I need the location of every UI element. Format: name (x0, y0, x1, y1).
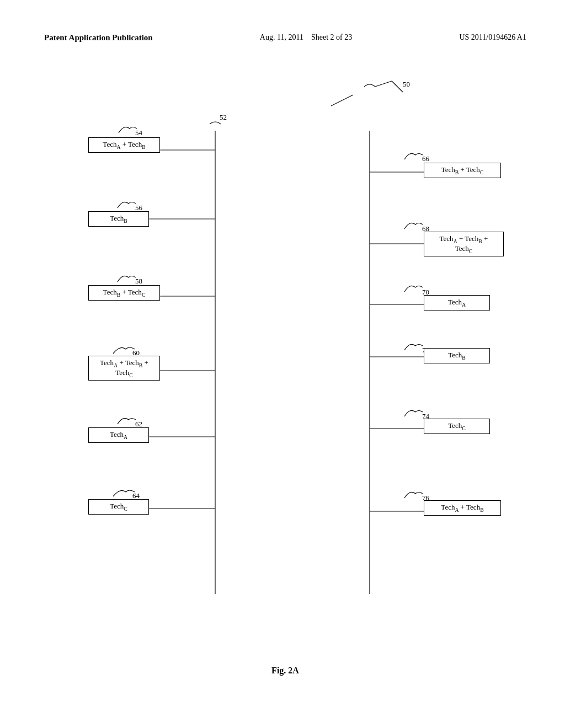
bracket-68 (402, 219, 424, 230)
figure-caption: Fig. 2A (44, 666, 526, 676)
box-72: TechB (424, 348, 490, 363)
svg-line-0 (331, 95, 353, 106)
publication-title: Patent Application Publication (44, 33, 153, 42)
box-74: TechC (424, 419, 490, 434)
box-62: TechA (88, 427, 149, 443)
box-70: TechA (424, 295, 490, 311)
bracket-72 (402, 340, 424, 351)
bracket-56 (115, 198, 137, 209)
bracket-60 (110, 344, 135, 356)
box-60: TechA + TechB +TechC (88, 356, 160, 381)
publication-date: Aug. 11, 2011 (260, 33, 303, 41)
box-58: TechB + TechC (88, 285, 160, 301)
box-64: TechC (88, 499, 149, 515)
ref-52: 52 (220, 113, 227, 122)
bracket-70 (402, 282, 424, 294)
svg-line-16 (392, 81, 403, 92)
box-68: TechA + TechB +TechC (424, 232, 504, 256)
bracket-62 (115, 414, 137, 425)
box-66: TechB + TechC (424, 163, 501, 178)
box-76: TechA + TechB (424, 500, 501, 516)
publication-date-sheet: Aug. 11, 2011 Sheet 2 of 23 (260, 33, 352, 42)
page: Patent Application Publication Aug. 11, … (0, 0, 565, 728)
diagram-area: 50 52 54 TechA + TechB 56 TechB 58 TechB… (44, 76, 526, 655)
box-54: TechA + TechB (88, 137, 160, 153)
svg-line-15 (375, 81, 392, 87)
bracket-54 (116, 123, 138, 134)
page-header: Patent Application Publication Aug. 11, … (44, 33, 526, 42)
publication-number: US 2011/0194626 A1 (459, 33, 526, 42)
ref-50: 50 (403, 80, 410, 89)
bracket-66 (402, 149, 424, 160)
bracket-64 (110, 486, 135, 499)
bracket-58 (115, 272, 137, 283)
sheet-info: Sheet 2 of 23 (311, 33, 352, 41)
bracket-74 (402, 406, 424, 417)
bracket-76 (402, 488, 424, 499)
box-56: TechB (88, 211, 149, 227)
